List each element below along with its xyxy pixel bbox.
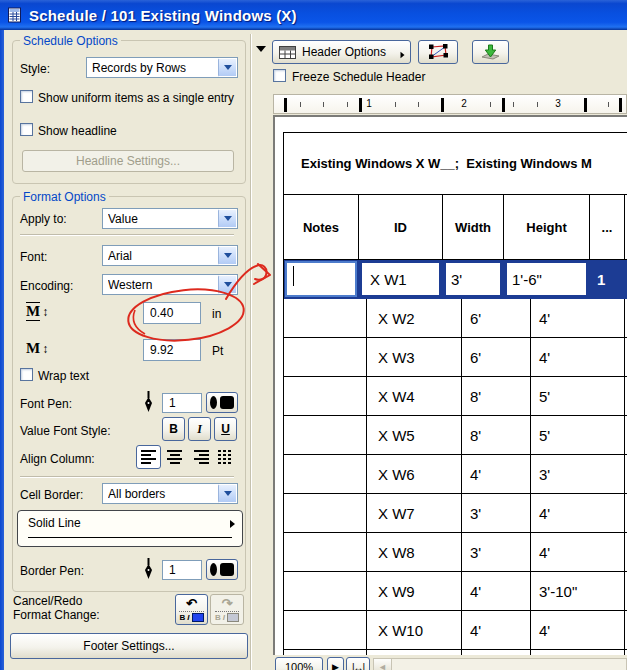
column-divider-tick[interactable] xyxy=(441,98,444,112)
notes-cell[interactable] xyxy=(284,572,367,610)
line-type-selector[interactable]: Solid Line xyxy=(17,510,243,547)
fit-width-button[interactable]: |↔| xyxy=(346,657,370,670)
header-cell-width[interactable]: Width xyxy=(443,195,504,259)
table-row[interactable]: X W11 4' 4' 1 xyxy=(284,650,627,655)
id-cell[interactable]: X W8 xyxy=(367,533,462,571)
horizontal-scrollbar[interactable]: ◄ xyxy=(373,658,627,670)
apply-format-button[interactable] xyxy=(472,40,509,64)
column-divider-tick[interactable] xyxy=(619,98,622,112)
chevron-down-icon[interactable] xyxy=(218,484,237,503)
column-divider-tick[interactable] xyxy=(359,98,362,112)
align-left-button[interactable] xyxy=(136,445,161,469)
height-cell[interactable]: 3'-10" xyxy=(531,572,625,610)
column-divider-tick[interactable] xyxy=(502,98,505,112)
encoding-dropdown[interactable]: Western xyxy=(102,274,238,295)
notes-cell[interactable] xyxy=(284,299,367,337)
collapse-panel-arrow-icon[interactable] xyxy=(256,46,266,52)
chevron-down-icon[interactable] xyxy=(218,246,237,265)
font-pen-input[interactable] xyxy=(162,393,202,413)
zoom-menu-button[interactable]: ▶ xyxy=(327,657,344,670)
height-cell[interactable]: 1'-6" xyxy=(504,260,590,298)
show-headline-checkbox[interactable] xyxy=(20,123,33,136)
border-pen-color-button[interactable] xyxy=(206,559,238,580)
height-cell[interactable]: 4' xyxy=(531,494,625,532)
undo-format-button[interactable]: ↶ BI xyxy=(175,594,208,625)
width-cell[interactable]: 4' xyxy=(462,455,531,493)
font-size-input[interactable] xyxy=(143,339,201,361)
column-divider-tick[interactable] xyxy=(584,98,587,112)
header-options-button[interactable]: Header Options xyxy=(272,40,411,64)
id-cell[interactable]: X W7 xyxy=(367,494,462,532)
notes-cell[interactable] xyxy=(284,494,367,532)
table-row-selected[interactable]: X W1 3' 1'-6" 1 xyxy=(284,260,627,299)
id-cell[interactable]: X W10 xyxy=(367,611,462,649)
id-cell[interactable]: X W1 xyxy=(359,260,443,298)
height-cell[interactable]: 5' xyxy=(531,416,625,454)
id-cell[interactable]: X W4 xyxy=(367,377,462,415)
width-cell[interactable]: 8' xyxy=(462,377,531,415)
height-cell[interactable]: 4' xyxy=(531,338,625,376)
width-cell[interactable]: 4' xyxy=(462,650,531,655)
schedule-preview[interactable]: Existing Windows X W__; Existing Windows… xyxy=(273,115,627,655)
height-cell[interactable]: 5' xyxy=(531,377,625,415)
table-title-row[interactable]: Existing Windows X W__; Existing Windows… xyxy=(284,133,627,195)
header-cell-height[interactable]: Height xyxy=(504,195,590,259)
id-cell[interactable]: X W3 xyxy=(367,338,462,376)
align-right-button[interactable] xyxy=(188,445,213,469)
width-cell[interactable]: 6' xyxy=(462,299,531,337)
select-area-button[interactable] xyxy=(418,40,458,64)
table-row[interactable]: X W2 6' 4' 1 xyxy=(284,299,627,338)
ruler[interactable]: 1 2 3 xyxy=(273,94,627,114)
notes-cell[interactable] xyxy=(284,533,367,571)
table-row[interactable]: X W6 4' 3' 1 xyxy=(284,455,627,494)
notes-cell[interactable] xyxy=(284,416,367,454)
cell-border-dropdown[interactable]: All borders xyxy=(102,483,238,504)
width-cell[interactable]: 3' xyxy=(462,533,531,571)
notes-cell[interactable] xyxy=(284,338,367,376)
chevron-down-icon[interactable] xyxy=(218,58,237,77)
notes-cell-editing[interactable] xyxy=(284,260,359,298)
table-row[interactable]: X W10 4' 4' 1 xyxy=(284,611,627,650)
align-center-button[interactable] xyxy=(162,445,187,469)
table-row[interactable]: X W5 8' 5' 1 xyxy=(284,416,627,455)
width-cell[interactable]: 3' xyxy=(462,494,531,532)
width-cell[interactable]: 4' xyxy=(462,572,531,610)
table-title-cell[interactable]: Existing Windows X W__; Existing Windows… xyxy=(284,133,627,194)
align-decimal-button[interactable] xyxy=(213,445,238,469)
chevron-down-icon[interactable] xyxy=(218,209,237,228)
qty-cell[interactable]: 1 xyxy=(590,260,627,298)
font-dropdown[interactable]: Arial xyxy=(102,245,238,266)
id-cell[interactable]: X W6 xyxy=(367,455,462,493)
font-pen-color-button[interactable] xyxy=(206,392,238,413)
width-cell[interactable]: 4' xyxy=(462,611,531,649)
row-height-input[interactable] xyxy=(143,302,201,324)
italic-button[interactable]: I xyxy=(188,417,211,441)
notes-cell[interactable] xyxy=(284,455,367,493)
panel-splitter[interactable] xyxy=(250,34,252,670)
height-cell[interactable]: 3' xyxy=(531,455,625,493)
table-row[interactable]: X W3 6' 4' 1 xyxy=(284,338,627,377)
show-uniform-items-checkbox[interactable] xyxy=(20,90,33,103)
height-cell[interactable]: 4' xyxy=(531,611,625,649)
header-cell-id[interactable]: ID xyxy=(359,195,443,259)
zoom-level-button[interactable]: 100% xyxy=(275,657,323,670)
width-cell[interactable]: 8' xyxy=(462,416,531,454)
header-cell-notes[interactable]: Notes xyxy=(284,195,359,259)
wrap-text-checkbox[interactable] xyxy=(20,368,33,381)
width-cell[interactable]: 6' xyxy=(462,338,531,376)
table-row[interactable]: X W7 3' 4' 1 xyxy=(284,494,627,533)
scroll-left-button[interactable]: ◄ xyxy=(374,659,392,670)
style-dropdown[interactable]: Records by Rows xyxy=(86,57,238,78)
border-pen-input[interactable] xyxy=(162,560,202,580)
footer-settings-button[interactable]: Footer Settings... xyxy=(10,633,248,659)
notes-cell[interactable] xyxy=(284,377,367,415)
column-divider-tick[interactable] xyxy=(284,98,287,112)
notes-cell[interactable] xyxy=(284,650,367,655)
underline-button[interactable]: U xyxy=(214,417,237,441)
notes-cell[interactable] xyxy=(284,611,367,649)
id-cell[interactable]: X W9 xyxy=(367,572,462,610)
chevron-down-icon[interactable] xyxy=(218,275,237,294)
apply-to-dropdown[interactable]: Value xyxy=(102,208,238,229)
height-cell[interactable]: 4' xyxy=(531,650,625,655)
table-row[interactable]: X W9 4' 3'-10" 1 xyxy=(284,572,627,611)
